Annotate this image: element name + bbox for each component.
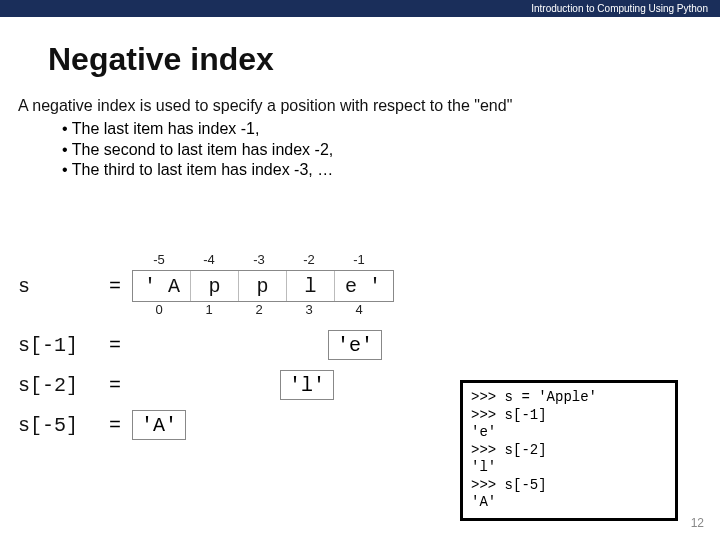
result-value: 'l' bbox=[280, 370, 334, 400]
index-label: -4 bbox=[198, 252, 220, 270]
index-label: -2 bbox=[298, 252, 320, 270]
equals-sign: = bbox=[98, 275, 132, 298]
result-row: s[-1]='e' bbox=[18, 330, 448, 360]
index-label: 1 bbox=[198, 302, 220, 320]
char-cell: l bbox=[287, 271, 335, 301]
index-label: 2 bbox=[248, 302, 270, 320]
bullet-item: The last item has index -1, bbox=[62, 119, 720, 140]
result-value: 'e' bbox=[328, 330, 382, 360]
index-label: -5 bbox=[148, 252, 170, 270]
bullet-item: The third to last item has index -3, … bbox=[62, 160, 720, 181]
equals-sign: = bbox=[98, 334, 132, 357]
variable-s: s bbox=[18, 275, 98, 298]
expr-lhs: s[-2] bbox=[18, 374, 98, 397]
index-label: 0 bbox=[148, 302, 170, 320]
index-label: -3 bbox=[248, 252, 270, 270]
index-label: 4 bbox=[348, 302, 370, 320]
string-cells: ' A p p l e ' bbox=[132, 270, 394, 302]
index-label: 3 bbox=[298, 302, 320, 320]
index-label: -1 bbox=[348, 252, 370, 270]
python-console: >>> s = 'Apple' >>> s[-1] 'e' >>> s[-2] … bbox=[460, 380, 678, 521]
expr-lhs: s[-5] bbox=[18, 414, 98, 437]
char-cell: e ' bbox=[335, 271, 393, 301]
result-row: s[-5]='A' bbox=[18, 410, 448, 440]
char-cell: ' A bbox=[133, 271, 191, 301]
intro-text: A negative index is used to specify a po… bbox=[18, 96, 700, 117]
result-row: s[-2]='l' bbox=[18, 370, 448, 400]
index-diagram: -5 -4 -3 -2 -1 s = ' A p p l e ' 0 1 2 3… bbox=[18, 252, 448, 440]
equals-sign: = bbox=[98, 414, 132, 437]
course-name: Introduction to Computing Using Python bbox=[531, 3, 708, 14]
positive-index-row: 0 1 2 3 4 bbox=[148, 302, 370, 320]
expr-lhs: s[-1] bbox=[18, 334, 98, 357]
slide-title: Negative index bbox=[48, 41, 720, 78]
bullet-item: The second to last item has index -2, bbox=[62, 140, 720, 161]
bullet-list: The last item has index -1, The second t… bbox=[62, 119, 720, 181]
course-header: Introduction to Computing Using Python bbox=[0, 0, 720, 17]
equals-sign: = bbox=[98, 374, 132, 397]
result-value: 'A' bbox=[132, 410, 186, 440]
char-cell: p bbox=[191, 271, 239, 301]
char-cell: p bbox=[239, 271, 287, 301]
page-number: 12 bbox=[691, 516, 704, 530]
negative-index-row: -5 -4 -3 -2 -1 bbox=[148, 252, 370, 270]
